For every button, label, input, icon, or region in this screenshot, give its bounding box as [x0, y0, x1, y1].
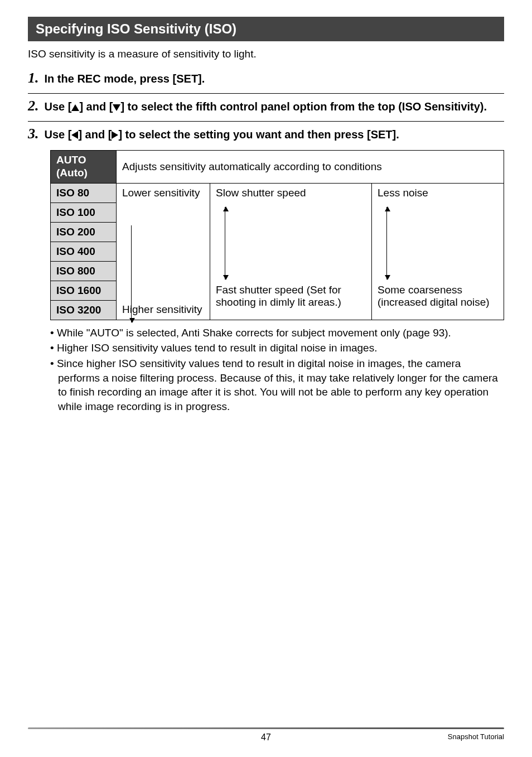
page-number: 47 [261, 732, 271, 742]
iso-label: ISO 3200 [51, 300, 117, 320]
step-number: 2. [28, 98, 39, 114]
iso-label: ISO 200 [51, 222, 117, 242]
list-item: Higher ISO sensitivity values tend to re… [50, 341, 504, 355]
iso-label: ISO 800 [51, 261, 117, 281]
list-item: Since higher ISO sensitivity values tend… [50, 356, 504, 414]
shutter-top: Slow shutter speed [210, 183, 372, 202]
step-text: Use [] and [] to select the setting you … [45, 126, 399, 142]
shutter-arrow-cell [210, 202, 372, 281]
double-arrow-icon [225, 207, 225, 279]
iso-label: ISO 100 [51, 202, 117, 222]
text-part: ] to select the setting you want and the… [118, 128, 399, 141]
double-arrow-icon [386, 207, 387, 279]
step-1: 1. In the REC mode, press [SET]. [28, 70, 504, 91]
step-3: 3. Use [] and [] to select the setting y… [28, 126, 504, 147]
noise-top: Less noise [372, 183, 504, 202]
step-text: Use [] and [] to select the fifth contro… [45, 98, 487, 114]
noise-arrow-cell [372, 202, 504, 281]
footer-section-label: Snapshot Tutorial [448, 732, 504, 741]
left-arrow-icon [71, 131, 78, 139]
text-part: ] and [ [79, 100, 113, 113]
divider [28, 93, 504, 94]
table-row: AUTO (Auto) Adjusts sensitivity automati… [51, 151, 504, 184]
iso-label: ISO 400 [51, 242, 117, 261]
intro-text: ISO sensitivity is a measure of sensitiv… [28, 48, 504, 60]
auto-label: AUTO [56, 154, 86, 166]
text-part: Use [ [45, 128, 72, 141]
table-row: ISO 80 Lower sensitivity Slow shutter sp… [51, 183, 504, 202]
down-arrow-icon [113, 104, 120, 111]
sensitivity-top: Lower sensitivity [117, 183, 210, 222]
text-part: ] and [ [78, 128, 112, 141]
up-arrow-icon [71, 104, 79, 111]
auto-label-sub: (Auto) [56, 167, 88, 179]
footer: 47 Snapshot Tutorial [28, 727, 504, 744]
shutter-bottom: Fast shutter speed (Set for shooting in … [210, 281, 372, 320]
text-part: Use [ [45, 100, 72, 113]
step-number: 1. [28, 70, 39, 86]
auto-description: Adjusts sensitivity automatically accord… [117, 151, 504, 184]
iso-label: ISO 1600 [51, 281, 117, 300]
list-item: While "AUTO" is selected, Anti Shake cor… [50, 326, 504, 340]
step-2: 2. Use [] and [] to select the fifth con… [28, 98, 504, 119]
right-arrow-icon [112, 131, 118, 139]
iso-table: AUTO (Auto) Adjusts sensitivity automati… [50, 150, 504, 320]
noise-bottom: Some coarseness (increased digital noise… [372, 281, 504, 320]
text-part: ] to select the fifth control panel opti… [120, 100, 487, 113]
notes-list: While "AUTO" is selected, Anti Shake cor… [50, 326, 504, 414]
sensitivity-bottom: Higher sensitivity [117, 300, 210, 320]
down-arrow-line-icon [131, 225, 132, 322]
step-text: In the REC mode, press [SET]. [45, 70, 205, 86]
step-number: 3. [28, 126, 39, 142]
iso-label: ISO 80 [51, 183, 117, 202]
sensitivity-arrow-cell [117, 222, 210, 300]
auto-header: AUTO (Auto) [51, 151, 117, 184]
footer-divider [28, 727, 504, 729]
divider [28, 121, 504, 122]
section-header: Specifying ISO Sensitivity (ISO) [28, 17, 504, 41]
